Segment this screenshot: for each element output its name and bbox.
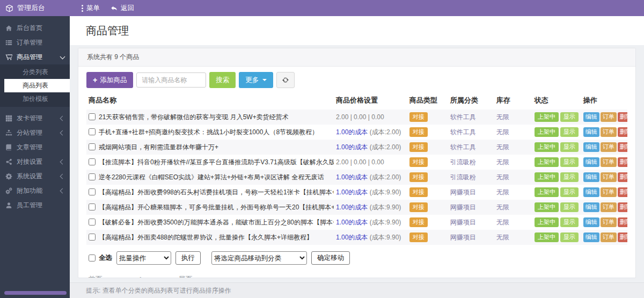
edit-button[interactable]: 编辑	[583, 217, 599, 227]
sidebar-item-dashboard[interactable]: 后台首页	[0, 21, 70, 35]
row-checkbox[interactable]	[89, 143, 96, 150]
sidebar-subitem-category-list[interactable]: 分类列表	[0, 66, 70, 79]
grid-icon	[5, 115, 12, 122]
status-show-badge[interactable]: 显示	[560, 217, 579, 227]
pagination-next[interactable]: »	[158, 275, 162, 279]
edit-button[interactable]: 编辑	[583, 157, 599, 167]
sidebar-subitem-product-list[interactable]: 商品列表	[4, 79, 70, 92]
search-input[interactable]	[136, 72, 206, 88]
order-button[interactable]: 订单	[601, 127, 617, 137]
order-button[interactable]: 订单	[601, 142, 617, 152]
confirm-move-button[interactable]: 确定移动	[311, 251, 350, 265]
delete-button[interactable]: 删除	[618, 187, 627, 197]
execute-button[interactable]: 执行	[175, 251, 201, 265]
refresh-button[interactable]	[276, 72, 295, 88]
sidebar-item-docking[interactable]: 对接设置	[0, 155, 70, 169]
order-button[interactable]: 订单	[601, 232, 617, 242]
status-on-badge[interactable]: 上架中	[535, 187, 559, 197]
status-on-badge[interactable]: 上架中	[535, 157, 559, 167]
sidebar-item-articles[interactable]: 文章管理	[0, 140, 70, 155]
select-all-checkbox[interactable]	[89, 255, 96, 261]
row-checkbox[interactable]	[89, 203, 96, 210]
product-name: 【高端精品】外面收费998的石头村话费挂机项目，号称一天轻松1张卡【挂机脚本+详…	[99, 188, 334, 196]
edit-button[interactable]: 编辑	[583, 112, 599, 122]
status-on-badge[interactable]: 上架中	[535, 232, 559, 242]
delete-button[interactable]: 删除	[618, 157, 627, 167]
brand[interactable]: 管理后台	[0, 3, 70, 13]
pagination-current[interactable]: 1	[138, 275, 142, 279]
menu-toggle[interactable]: 菜单	[82, 4, 100, 13]
sidebar-item-orders[interactable]: 订单管理	[0, 35, 70, 50]
sidebar-item-card-management[interactable]: 发卡管理	[0, 111, 70, 126]
delete-button[interactable]: 删除	[618, 112, 627, 122]
pagination-prev[interactable]: «	[119, 275, 122, 279]
sidebar-item-addons[interactable]: 附加功能	[0, 184, 70, 198]
edit-button[interactable]: 编辑	[583, 172, 599, 182]
row-checkbox[interactable]	[89, 188, 96, 195]
row-checkbox[interactable]	[89, 234, 96, 241]
sidebar-hscrollbar[interactable]	[4, 291, 67, 295]
product-table-body: 21天获客销售营，带你破解微信的获客与变现 月入5W+卖货经营术2.00 | 0…	[86, 110, 627, 245]
delete-button[interactable]: 删除	[618, 127, 627, 137]
add-product-button[interactable]: + 添加商品	[86, 72, 133, 88]
category-cell: 软件工具	[448, 110, 494, 125]
product-row: 手机+直播+社群+招商邀约裂变技术：挑战1小时裂变1000人（8节视频教程）1.…	[86, 125, 627, 140]
sidebar-item-system-settings[interactable]: 系统设置	[0, 169, 70, 184]
delete-button[interactable]: 删除	[618, 217, 627, 227]
move-category-select[interactable]: 将选定商品移动到分类	[211, 251, 307, 265]
row-checkbox[interactable]	[89, 219, 96, 226]
edit-button[interactable]: 编辑	[583, 127, 599, 137]
status-on-badge[interactable]: 上架中	[535, 112, 559, 122]
batch-action-select[interactable]: 批量操作	[116, 251, 171, 265]
more-button[interactable]: 更多	[239, 72, 273, 88]
order-button[interactable]: 订单	[601, 217, 617, 227]
status-on-badge[interactable]: 上架中	[535, 172, 559, 182]
price-cost-link[interactable]: 1.00的成本	[336, 143, 368, 151]
status-show-badge[interactable]: 显示	[560, 202, 579, 212]
pagination-first[interactable]: 首页	[89, 274, 103, 278]
status-on-badge[interactable]: 上架中	[535, 127, 559, 137]
edit-button[interactable]: 编辑	[583, 232, 599, 242]
price-cost-link[interactable]: 1.00的成本	[336, 188, 368, 196]
price-cost-link[interactable]: 1.00的成本	[336, 173, 368, 181]
sidebar-item-products[interactable]: 商品管理	[0, 50, 70, 64]
pagination-last[interactable]: 尾页	[179, 274, 193, 278]
price-cost-link[interactable]: 1.00的成本	[336, 219, 368, 226]
search-button[interactable]: 搜索	[209, 72, 236, 88]
price-cost-link[interactable]: 1.00的成本	[336, 203, 368, 211]
order-button[interactable]: 订单	[601, 172, 617, 182]
status-show-badge[interactable]: 显示	[560, 232, 579, 242]
order-button[interactable]: 订单	[601, 112, 617, 122]
row-checkbox[interactable]	[89, 113, 96, 120]
status-on-badge[interactable]: 上架中	[535, 217, 559, 227]
status-on-badge[interactable]: 上架中	[535, 142, 559, 152]
status-show-badge[interactable]: 显示	[560, 157, 579, 167]
status-show-badge[interactable]: 显示	[560, 127, 579, 137]
status-show-badge[interactable]: 显示	[560, 112, 579, 122]
delete-button[interactable]: 删除	[618, 202, 627, 212]
price-cost-link[interactable]: 1.00的成本	[336, 128, 368, 136]
sidebar-item-staff[interactable]: 员工管理	[0, 198, 70, 213]
row-checkbox[interactable]	[89, 173, 96, 180]
delete-button[interactable]: 删除	[618, 142, 627, 152]
chevron-left-icon	[60, 159, 65, 165]
order-button[interactable]: 订单	[601, 157, 617, 167]
edit-button[interactable]: 编辑	[583, 187, 599, 197]
sidebar-subitem-markup-template[interactable]: 加价模板	[0, 92, 70, 106]
order-button[interactable]: 订单	[601, 187, 617, 197]
status-show-badge[interactable]: 显示	[560, 142, 579, 152]
edit-button[interactable]: 编辑	[583, 202, 599, 212]
row-checkbox[interactable]	[89, 128, 96, 135]
delete-button[interactable]: 删除	[618, 172, 627, 182]
price-cost-link[interactable]: 1.00的成本	[336, 234, 368, 241]
row-checkbox[interactable]	[89, 158, 96, 165]
edit-button[interactable]: 编辑	[583, 142, 599, 152]
delete-button[interactable]: 删除	[618, 232, 627, 242]
price-cost-note: (成本:9.90)	[368, 203, 401, 211]
status-on-badge[interactable]: 上架中	[535, 202, 559, 212]
status-show-badge[interactable]: 显示	[560, 172, 579, 182]
status-show-badge[interactable]: 显示	[560, 187, 579, 197]
sidebar-item-substation[interactable]: 分站管理	[0, 126, 70, 140]
order-button[interactable]: 订单	[601, 202, 617, 212]
back-link[interactable]: 返回	[111, 4, 134, 13]
